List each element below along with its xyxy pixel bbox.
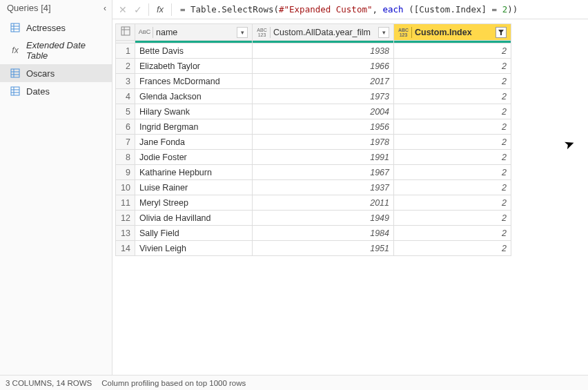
row-number[interactable]: 14	[116, 241, 135, 256]
cell-name[interactable]: Olivia de Havilland	[135, 211, 253, 226]
fx-icon[interactable]: fx	[152, 4, 168, 14]
row-number[interactable]: 11	[116, 195, 135, 211]
cell-custom-index[interactable]: 2	[394, 104, 511, 119]
table-row[interactable]: 7Jane Fonda19782	[116, 135, 511, 150]
table-row[interactable]: 5Hilary Swank20042	[116, 104, 511, 119]
row-number[interactable]: 13	[116, 226, 135, 241]
fx-icon: fx	[10, 45, 21, 56]
cell-custom-index[interactable]: 2	[394, 59, 511, 74]
cell-year-film[interactable]: 1973	[253, 89, 394, 104]
cell-name[interactable]: Jodie Foster	[135, 150, 253, 165]
column-header-year-film[interactable]: ABC123 Custom.AllData.year_film ▾	[253, 24, 394, 41]
cell-year-film[interactable]: 1991	[253, 150, 394, 165]
query-item-oscars[interactable]: Oscars	[0, 64, 112, 82]
cell-year-film[interactable]: 1951	[253, 241, 394, 256]
table-row[interactable]: 2Elizabeth Taylor19662	[116, 59, 511, 74]
cell-year-film[interactable]: 1956	[253, 119, 394, 135]
row-number[interactable]: 10	[116, 180, 135, 195]
table-row[interactable]: 11Meryl Streep20112	[116, 195, 511, 211]
query-item-dates[interactable]: Dates	[0, 82, 112, 100]
data-preview: ABC name ▾ ABC123 Custom.AllData.year_fi…	[112, 19, 588, 375]
cell-name[interactable]: Meryl Streep	[135, 195, 253, 211]
column-header-name[interactable]: ABC name ▾	[135, 24, 253, 41]
cell-custom-index[interactable]: 2	[394, 89, 511, 104]
cell-year-film[interactable]: 1984	[253, 226, 394, 241]
cell-name[interactable]: Jane Fonda	[135, 135, 253, 150]
row-number[interactable]: 12	[116, 211, 135, 226]
row-number[interactable]: 4	[116, 89, 135, 104]
query-item-actresses[interactable]: Actresses	[0, 19, 112, 37]
column-header-custom-index[interactable]: ABC123 Custom.Index	[394, 24, 511, 41]
cell-custom-index[interactable]: 2	[394, 211, 511, 226]
column-filter-dropdown-icon[interactable]: ▾	[237, 27, 248, 38]
row-number[interactable]: 5	[116, 104, 135, 119]
cell-name[interactable]: Katharine Hepburn	[135, 165, 253, 180]
table-icon	[10, 86, 21, 97]
table-row[interactable]: 6Ingrid Bergman19562	[116, 119, 511, 135]
cell-year-film[interactable]: 1978	[253, 135, 394, 150]
cell-name[interactable]: Vivien Leigh	[135, 241, 253, 256]
cell-name[interactable]: Sally Field	[135, 226, 253, 241]
table-row[interactable]: 8Jodie Foster19912	[116, 150, 511, 165]
row-number[interactable]: 3	[116, 74, 135, 89]
status-summary: 3 COLUMNS, 14 ROWS	[6, 379, 92, 387]
table-icon	[10, 68, 21, 79]
cell-custom-index[interactable]: 2	[394, 226, 511, 241]
query-label: Actresses	[26, 23, 66, 33]
cell-custom-index[interactable]: 2	[394, 180, 511, 195]
cell-name[interactable]: Bette Davis	[135, 43, 253, 59]
row-number[interactable]: 2	[116, 59, 135, 74]
column-filter-dropdown-icon[interactable]: ▾	[378, 27, 389, 38]
cell-year-film[interactable]: 1967	[253, 165, 394, 180]
row-number[interactable]: 7	[116, 135, 135, 150]
table-row[interactable]: 9Katharine Hepburn19672	[116, 165, 511, 180]
row-number[interactable]: 1	[116, 43, 135, 59]
cell-name[interactable]: Luise Rainer	[135, 180, 253, 195]
status-bar: 3 COLUMNS, 14 ROWS Column profiling base…	[0, 375, 588, 390]
confirm-formula-icon[interactable]: ✓	[130, 2, 146, 17]
queries-sidebar: Queries [4] ‹ Actresses fx Extended Date…	[0, 0, 112, 375]
cell-year-film[interactable]: 2004	[253, 104, 394, 119]
query-item-extended-date-table[interactable]: fx Extended Date Table	[0, 37, 112, 64]
cell-name[interactable]: Frances McDormand	[135, 74, 253, 89]
row-number[interactable]: 9	[116, 165, 135, 180]
cell-name[interactable]: Ingrid Bergman	[135, 119, 253, 135]
cell-custom-index[interactable]: 2	[394, 74, 511, 89]
cell-name[interactable]: Hilary Swank	[135, 104, 253, 119]
table-row[interactable]: 14Vivien Leigh19512	[116, 241, 511, 256]
cell-custom-index[interactable]: 2	[394, 150, 511, 165]
type-any-icon[interactable]: ABC123	[257, 27, 271, 38]
cell-custom-index[interactable]: 2	[394, 43, 511, 59]
data-table: ABC name ▾ ABC123 Custom.AllData.year_fi…	[115, 23, 511, 256]
cell-custom-index[interactable]: 2	[394, 119, 511, 135]
cell-custom-index[interactable]: 2	[394, 165, 511, 180]
type-text-icon[interactable]: ABC	[139, 27, 153, 38]
cell-name[interactable]: Glenda Jackson	[135, 89, 253, 104]
table-icon	[10, 22, 21, 33]
table-row[interactable]: 1Bette Davis19382	[116, 43, 511, 59]
table-row[interactable]: 4Glenda Jackson19732	[116, 89, 511, 104]
table-row[interactable]: 10Luise Rainer19372	[116, 180, 511, 195]
column-filter-active-icon[interactable]	[496, 27, 507, 38]
cell-year-film[interactable]: 1949	[253, 211, 394, 226]
cell-custom-index[interactable]: 2	[394, 241, 511, 256]
row-number[interactable]: 6	[116, 119, 135, 135]
collapse-sidebar-icon[interactable]: ‹	[104, 3, 106, 13]
cell-year-film[interactable]: 2011	[253, 195, 394, 211]
table-row[interactable]: 12Olivia de Havilland19492	[116, 211, 511, 226]
row-number[interactable]: 8	[116, 150, 135, 165]
cell-custom-index[interactable]: 2	[394, 195, 511, 211]
table-row[interactable]: 13Sally Field19842	[116, 226, 511, 241]
formula-input[interactable]: = Table.SelectRows(#"Expanded Custom", e…	[175, 4, 585, 14]
type-any-icon[interactable]: ABC123	[398, 27, 412, 38]
cell-name[interactable]: Elizabeth Taylor	[135, 59, 253, 74]
cell-custom-index[interactable]: 2	[394, 135, 511, 150]
cell-year-film[interactable]: 1937	[253, 180, 394, 195]
queries-header: Queries [4] ‹	[0, 0, 112, 19]
cell-year-film[interactable]: 1966	[253, 59, 394, 74]
cell-year-film[interactable]: 1938	[253, 43, 394, 59]
table-corner-button[interactable]	[116, 24, 135, 41]
cell-year-film[interactable]: 2017	[253, 74, 394, 89]
cancel-formula-icon[interactable]: ✕	[115, 2, 130, 17]
table-row[interactable]: 3Frances McDormand20172	[116, 74, 511, 89]
